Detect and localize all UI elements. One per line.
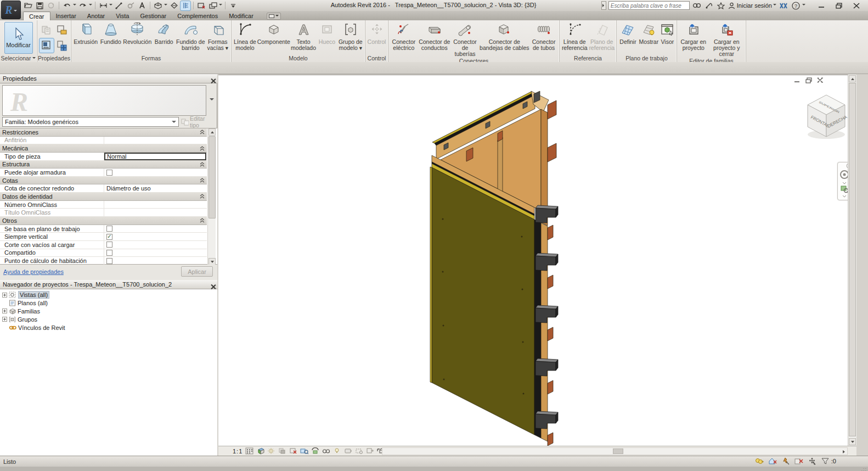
- family-combobox[interactable]: Familia: Modelos genéricos: [2, 117, 179, 127]
- view-restore-icon[interactable]: [805, 77, 812, 83]
- view-dropdown[interactable]: [164, 4, 167, 7]
- search-icon[interactable]: [692, 1, 702, 10]
- visor-button[interactable]: Visor: [660, 21, 675, 45]
- scroll-up-arrow[interactable]: [849, 75, 856, 82]
- constraints-icon[interactable]: [354, 447, 363, 455]
- canvas-vertical-scrollbar[interactable]: [848, 75, 856, 446]
- checkbox-unchecked[interactable]: [106, 170, 112, 176]
- scroll-up-arrow[interactable]: [208, 128, 216, 136]
- temporary-hide-isolate-icon[interactable]: [311, 447, 319, 455]
- scrollbar-thumb[interactable]: [849, 83, 856, 436]
- filter-icon[interactable]: [821, 457, 830, 466]
- type-selector-preview[interactable]: R: [2, 85, 206, 116]
- redo-icon[interactable]: [78, 1, 88, 10]
- sun-path-icon[interactable]: [267, 447, 275, 455]
- properties-header[interactable]: Propiedades: [0, 74, 217, 83]
- tree-item-vinculos[interactable]: Vínculos de Revit: [2, 323, 217, 332]
- tab-complementos[interactable]: Complementos: [172, 12, 223, 20]
- detail-level-icon[interactable]: [245, 447, 253, 455]
- revit-links-status-icon[interactable]: [768, 457, 777, 466]
- select-move-icon[interactable]: [808, 457, 817, 466]
- customize-qat-icon[interactable]: [228, 1, 238, 10]
- fundido-button[interactable]: Fundido: [99, 21, 122, 45]
- section-icon[interactable]: [169, 1, 179, 10]
- crop-view-icon[interactable]: [289, 447, 297, 455]
- linea-modelo-button[interactable]: Línea de modelo: [233, 21, 257, 51]
- drawing-area[interactable]: SUPERIOR FRONTAL DERECHA: [218, 75, 848, 446]
- tab-anotar[interactable]: Anotar: [82, 12, 110, 20]
- close-button[interactable]: [850, 2, 863, 10]
- checkbox-unchecked[interactable]: [106, 226, 112, 232]
- edit-type-button[interactable]: Editar tipo: [181, 117, 214, 127]
- expand-icon[interactable]: [2, 293, 7, 298]
- switch-windows-icon[interactable]: [208, 1, 218, 10]
- cargar-proyecto-button[interactable]: Cargar en proyecto: [678, 21, 709, 51]
- help-icon[interactable]: ?: [791, 1, 801, 10]
- scale-button[interactable]: 1:1: [233, 448, 243, 455]
- design-options-icon[interactable]: [794, 457, 804, 466]
- conector-bandejas-button[interactable]: Conector de bandejas de cables: [479, 21, 529, 51]
- close-hidden-windows-icon[interactable]: [196, 1, 206, 10]
- thin-lines-icon[interactable]: [181, 1, 190, 10]
- grupo-modelo-button[interactable]: Grupo de modelo ▾: [337, 21, 364, 51]
- sync-icon[interactable]: [46, 1, 56, 10]
- modify-button[interactable]: Modificar: [4, 22, 33, 54]
- checkbox-checked[interactable]: ✓: [106, 234, 112, 240]
- scrollbar-thumb[interactable]: [613, 448, 623, 454]
- analytical-model-icon[interactable]: [343, 447, 352, 455]
- properties-help-link[interactable]: Ayuda de propiedades: [3, 268, 64, 275]
- cargar-cerrar-button[interactable]: Cargar en proyecto y cerrar: [709, 21, 745, 57]
- worksets-icon[interactable]: [755, 457, 764, 466]
- shadows-icon[interactable]: [278, 447, 286, 455]
- scroll-down-arrow[interactable]: [849, 438, 856, 445]
- visual-style-icon[interactable]: [256, 447, 264, 455]
- apply-button[interactable]: Aplicar: [181, 266, 213, 277]
- open-icon[interactable]: [23, 1, 33, 10]
- tab-crear[interactable]: Crear: [23, 12, 50, 20]
- tag-icon[interactable]: [126, 1, 136, 10]
- conector-electrico-button[interactable]: Conector eléctrico: [390, 21, 418, 51]
- switch-windows-dropdown[interactable]: [219, 4, 222, 7]
- tipo-pieza-value[interactable]: Normal: [104, 153, 206, 160]
- tree-item-vistas[interactable]: Vistas (all): [2, 291, 217, 299]
- definir-button[interactable]: Definir: [618, 21, 638, 45]
- expand-icon[interactable]: [2, 317, 7, 322]
- search-collapse-arrow[interactable]: [601, 1, 606, 10]
- view-minimize-icon[interactable]: [794, 77, 801, 83]
- default-3d-view-icon[interactable]: [153, 1, 163, 10]
- section-cotas[interactable]: Cotas: [0, 177, 207, 185]
- conector-conductos-button[interactable]: Conector de conductos: [418, 21, 451, 51]
- barrido-button[interactable]: Barrido: [152, 21, 176, 45]
- extrusion-button[interactable]: Extrusión: [72, 21, 99, 45]
- save-icon[interactable]: [35, 1, 44, 10]
- canvas-horizontal-scrollbar[interactable]: [382, 447, 848, 455]
- reveal-hidden-icon[interactable]: [322, 447, 330, 455]
- conector-tubos-button[interactable]: Conector de tubos: [529, 21, 558, 51]
- undo-icon[interactable]: [62, 1, 72, 10]
- cota-conector-value[interactable]: Diámetro de uso: [104, 184, 207, 192]
- type-selector-dropdown[interactable]: [210, 98, 214, 103]
- worksharing-display-icon[interactable]: [365, 447, 374, 455]
- expand-icon[interactable]: [2, 309, 7, 313]
- section-restricciones[interactable]: Restricciones: [0, 128, 207, 137]
- redo-dropdown[interactable]: [89, 4, 92, 7]
- application-menu-button[interactable]: R: [1, 1, 21, 19]
- undo-dropdown[interactable]: [73, 4, 76, 7]
- text-icon[interactable]: [137, 1, 147, 10]
- section-mecanica[interactable]: Mecánica: [0, 144, 207, 153]
- revolucion-button[interactable]: Revolución: [122, 21, 152, 45]
- project-browser-header[interactable]: Navegador de proyectos - Trespa_Meteon__…: [0, 280, 217, 289]
- checkbox-unchecked[interactable]: [106, 242, 112, 248]
- checkbox-unchecked[interactable]: [106, 250, 112, 256]
- pin-status-icon[interactable]: [781, 457, 791, 466]
- tab-vista[interactable]: Vista: [110, 12, 134, 20]
- formas-vacias-button[interactable]: Formas vacías ▾: [205, 21, 230, 51]
- temporary-view-properties-icon[interactable]: [332, 447, 341, 455]
- viewcube[interactable]: SUPERIOR FRONTAL DERECHA: [803, 92, 850, 143]
- tab-modificar[interactable]: Modificar: [223, 12, 259, 20]
- tree-item-familias[interactable]: Familias: [2, 307, 217, 316]
- property-grid-scrollbar[interactable]: [207, 128, 216, 265]
- family-category-icon[interactable]: [55, 38, 69, 53]
- section-estructura[interactable]: Estructura: [0, 161, 207, 169]
- section-datos-identidad[interactable]: Datos de identidad: [0, 193, 207, 201]
